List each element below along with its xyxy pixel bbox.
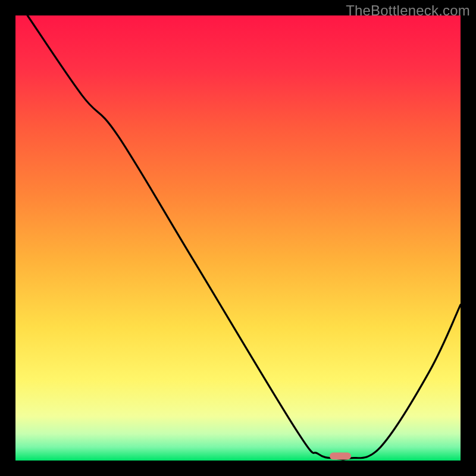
chart-frame: TheBottleneck.com <box>0 0 476 476</box>
plot-area <box>15 15 461 461</box>
bottleneck-chart <box>15 15 461 461</box>
watermark-text: TheBottleneck.com <box>346 2 470 19</box>
optimal-marker <box>330 453 351 460</box>
gradient-background <box>15 15 461 461</box>
